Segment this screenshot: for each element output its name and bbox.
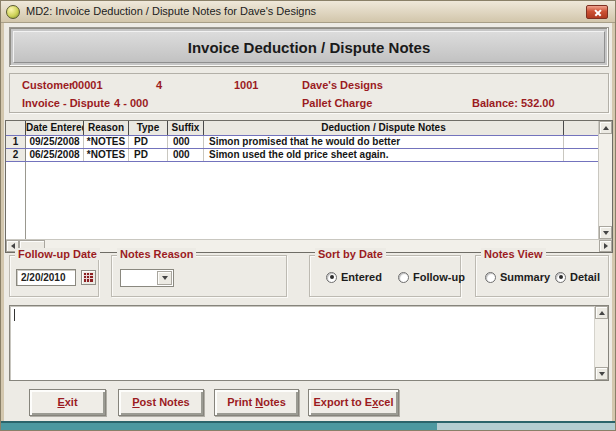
close-button[interactable] (586, 5, 608, 19)
scroll-down-button[interactable] (595, 367, 608, 380)
customer-store: 4 (156, 79, 162, 91)
scroll-right-button[interactable] (599, 240, 612, 252)
row-number-cell[interactable]: 1 (6, 136, 26, 148)
notes-cell[interactable]: Simon promised that he would do better (204, 136, 564, 148)
radio-icon (398, 272, 409, 283)
balance-value: Balance: 532.00 (472, 97, 555, 109)
table-row[interactable]: 2 06/25/2008 *NOTES PD 000 Simon used th… (6, 148, 598, 162)
suffix-cell[interactable]: 000 (168, 136, 204, 148)
reason-cell[interactable]: *NOTES (84, 136, 129, 148)
print-notes-button[interactable]: Print Notes (214, 389, 299, 416)
grid-header-date[interactable]: Date Entered (26, 121, 84, 135)
followup-date-input[interactable] (16, 269, 76, 286)
followup-date-group: Follow-up Date (9, 255, 99, 297)
exit-button[interactable]: Exit (29, 389, 106, 416)
radio-detail[interactable]: Detail (555, 271, 600, 283)
notes-view-group: Notes View Summary Detail (475, 255, 609, 297)
text-caret (14, 309, 15, 321)
customer-label: Customer (22, 79, 73, 91)
row-number-cell[interactable]: 2 (6, 149, 26, 161)
scroll-up-button[interactable] (599, 121, 612, 134)
tail-cell (564, 149, 598, 161)
dropdown-button[interactable] (157, 271, 172, 285)
radio-followup-label: Follow-up (413, 271, 465, 283)
date-entered-cell[interactable]: 06/25/2008 (26, 149, 84, 161)
radio-entered[interactable]: Entered (326, 271, 382, 283)
window-title: MD2: Invoice Deduction / Dispute Notes f… (26, 1, 316, 22)
arrow-down-icon (599, 372, 605, 376)
editor-vertical-scrollbar[interactable] (594, 306, 608, 380)
tail-cell (564, 136, 598, 148)
header-banner: Invoice Deduction / Dispute Notes (9, 27, 609, 67)
grid-header-rownum (6, 121, 26, 135)
reason-cell[interactable]: *NOTES (84, 149, 129, 161)
radio-detail-label: Detail (570, 271, 600, 283)
invoice-dispute-value: 4 - 000 (114, 97, 148, 109)
page-title: Invoice Deduction / Dispute Notes (13, 31, 605, 63)
arrow-down-icon (603, 231, 609, 235)
radio-icon (326, 272, 337, 283)
window-bottom-edge (1, 421, 615, 430)
sort-by-date-group: Sort by Date Entered Follow-up (309, 255, 461, 297)
table-row[interactable]: 1 09/25/2008 *NOTES PD 000 Simon promise… (6, 135, 598, 149)
arrow-right-icon (604, 243, 608, 249)
radio-summary-label: Summary (500, 271, 550, 283)
customer-info-panel: Customer 00001 4 1001 Dave's Designs Inv… (9, 73, 609, 113)
notes-reason-label: Notes Reason (117, 248, 196, 260)
arrow-up-icon (603, 126, 609, 130)
notes-view-label: Notes View (481, 248, 546, 260)
notes-reason-dropdown[interactable] (120, 269, 174, 287)
chevron-down-icon (162, 276, 168, 280)
notes-grid-content: Date Entered Reason Type Suffix Deductio… (6, 121, 598, 239)
calendar-icon (84, 273, 93, 282)
notes-cell[interactable]: Simon used the old price sheet again. (204, 149, 564, 161)
arrow-up-icon (599, 311, 605, 315)
radio-followup[interactable]: Follow-up (398, 271, 465, 283)
notes-reason-group: Notes Reason (111, 255, 287, 297)
radio-entered-label: Entered (341, 271, 382, 283)
type-cell[interactable]: PD (129, 149, 168, 161)
grid-header-tail (564, 121, 598, 135)
row-number-column-strip (6, 162, 26, 239)
app-icon (6, 5, 20, 19)
app-window: MD2: Invoice Deduction / Dispute Notes f… (0, 0, 616, 431)
grid-header-suffix[interactable]: Suffix (168, 121, 204, 135)
scroll-up-button[interactable] (595, 306, 608, 319)
customer-account: 00001 (72, 79, 103, 91)
grid-empty-area (6, 162, 598, 239)
radio-icon (555, 272, 566, 283)
notes-grid: Date Entered Reason Type Suffix Deductio… (5, 120, 613, 253)
notes-editor[interactable] (9, 305, 609, 381)
grid-header-type[interactable]: Type (129, 121, 168, 135)
type-cell[interactable]: PD (129, 136, 168, 148)
arrow-left-icon (11, 243, 15, 249)
customer-name: Dave's Designs (302, 79, 383, 91)
scroll-down-button[interactable] (599, 226, 612, 239)
followup-date-label: Follow-up Date (15, 248, 100, 260)
charge-description: Pallet Charge (302, 97, 372, 109)
date-entered-cell[interactable]: 09/25/2008 (26, 136, 84, 148)
export-to-excel-button[interactable]: Export to Excel (308, 389, 399, 416)
grid-header-row: Date Entered Reason Type Suffix Deductio… (6, 121, 598, 136)
post-notes-button[interactable]: Post Notes (118, 389, 204, 416)
customer-ref: 1001 (234, 79, 258, 91)
titlebar: MD2: Invoice Deduction / Dispute Notes f… (1, 1, 615, 23)
grid-header-reason[interactable]: Reason (84, 121, 129, 135)
sort-by-date-label: Sort by Date (315, 248, 386, 260)
grid-vertical-scrollbar[interactable] (598, 121, 612, 239)
grid-header-notes[interactable]: Deduction / Dispute Notes (204, 121, 564, 135)
radio-summary[interactable]: Summary (485, 271, 550, 283)
calendar-button[interactable] (81, 270, 96, 285)
invoice-dispute-label: Invoice - Dispute (22, 97, 110, 109)
suffix-cell[interactable]: 000 (168, 149, 204, 161)
radio-icon (485, 272, 496, 283)
